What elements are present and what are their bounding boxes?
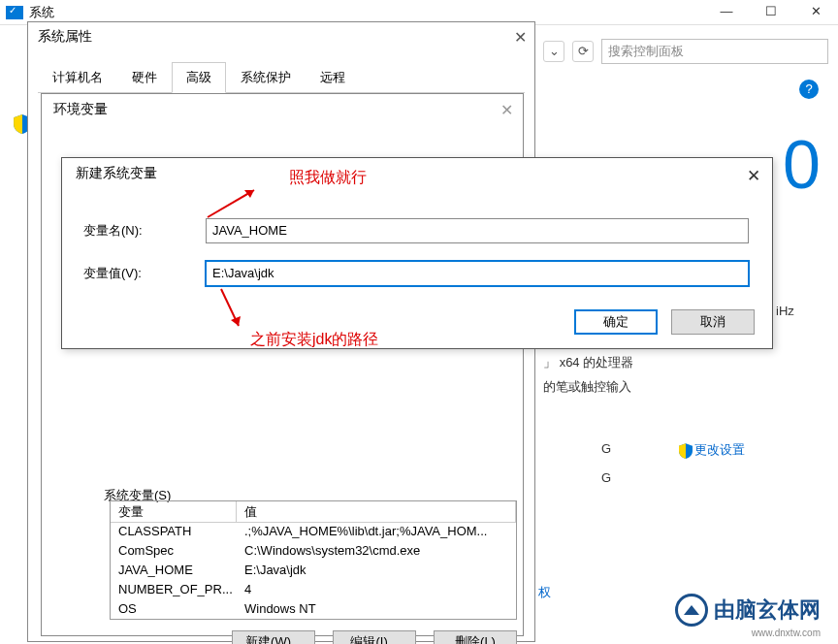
logo-icon (675, 594, 708, 627)
list-item[interactable]: NUMBER_OF_PR...4 (111, 581, 516, 600)
ok-button[interactable]: 确定 (574, 309, 658, 335)
refresh-icon[interactable]: ⟳ (572, 41, 594, 62)
close-icon[interactable]: ✕ (500, 101, 513, 119)
var-value-label: 变量值(V): (83, 265, 190, 282)
minimize-button[interactable]: — (704, 0, 749, 25)
dialog-title: 新建系统变量 (62, 158, 772, 189)
tab-hardware[interactable]: 硬件 (117, 62, 172, 93)
svg-line-0 (208, 190, 254, 217)
system-buttons: 新建(W)... 编辑(I)... 删除(L) (232, 630, 517, 644)
bg-g2: G (601, 470, 611, 485)
new-button[interactable]: 新建(W)... (232, 630, 315, 644)
dialog-title: 环境变量 (42, 94, 523, 125)
logo-url: www.dnxtw.com (752, 628, 821, 638)
toolbar: ⌄ ⟳ 搜索控制面板 (543, 37, 828, 66)
watermark-logo: 由脑玄体网 www.dnxtw.com (675, 594, 821, 627)
list-header: 变量 值 (111, 501, 516, 523)
big-number: 0 (783, 126, 821, 204)
tab-strip: 计算机名 硬件 高级 系统保护 远程 (38, 61, 525, 93)
bg-blue-link[interactable]: 权 (538, 584, 551, 601)
arrow-icon (206, 184, 264, 219)
delete-button[interactable]: 删除(L) (434, 630, 517, 644)
var-name-input[interactable]: JAVA_HOME (206, 218, 749, 243)
dropdown-icon[interactable]: ⌄ (543, 41, 564, 62)
list-item[interactable]: JAVA_HOMEE:\Java\jdk (111, 562, 516, 581)
cancel-button[interactable]: 取消 (671, 309, 755, 335)
list-item[interactable]: CLASSPATH.;%JAVA_HOME%\lib\dt.jar;%JAVA_… (111, 523, 516, 542)
annotation-1: 照我做就行 (289, 168, 367, 188)
close-icon[interactable]: ✕ (747, 166, 760, 186)
shield-icon (679, 443, 693, 459)
bg-pen: 的笔或触控输入 (543, 378, 631, 396)
change-settings-link[interactable]: 更改设置 (679, 441, 745, 459)
system-icon (6, 6, 23, 19)
bg-ghz: iHz (776, 304, 794, 318)
new-system-variable-dialog: 新建系统变量 ✕ 变量名(N): JAVA_HOME 变量值(V): E:\Ja… (61, 157, 773, 349)
col-value[interactable]: 值 (237, 501, 516, 522)
list-item[interactable]: OSWindows NT (111, 600, 516, 620)
bg-proc: 」 x64 的处理器 (543, 354, 633, 371)
system-vars-list[interactable]: 变量 值 CLASSPATH.;%JAVA_HOME%\lib\dt.jar;%… (110, 500, 517, 620)
user-buttons: 新建(W)... (232, 445, 315, 468)
annotation-2: 之前安装jdk的路径 (250, 330, 378, 350)
close-button[interactable]: ✕ (793, 0, 838, 25)
search-input[interactable]: 搜索控制面板 (601, 39, 828, 64)
var-value-input[interactable]: E:\Java\jdk (206, 261, 749, 286)
help-icon[interactable]: ? (799, 80, 819, 99)
close-icon[interactable]: ✕ (514, 28, 527, 47)
maximize-button[interactable]: ☐ (749, 0, 793, 25)
tab-computer-name[interactable]: 计算机名 (38, 62, 117, 93)
logo-text: 由脑玄体网 (714, 596, 821, 625)
list-item[interactable]: ComSpecC:\Windows\system32\cmd.exe (111, 542, 516, 562)
tab-advanced[interactable]: 高级 (172, 62, 226, 93)
edit-button[interactable]: 编辑(I)... (333, 630, 416, 644)
arrow-icon (217, 287, 246, 330)
tab-protection[interactable]: 系统保护 (226, 62, 306, 93)
bg-g1: G (601, 441, 611, 456)
tab-remote[interactable]: 远程 (306, 62, 360, 93)
window-title: 系统 (29, 4, 54, 21)
dialog-title: 系统属性 (28, 22, 534, 53)
col-variable[interactable]: 变量 (111, 501, 237, 522)
var-name-label: 变量名(N): (83, 222, 190, 240)
